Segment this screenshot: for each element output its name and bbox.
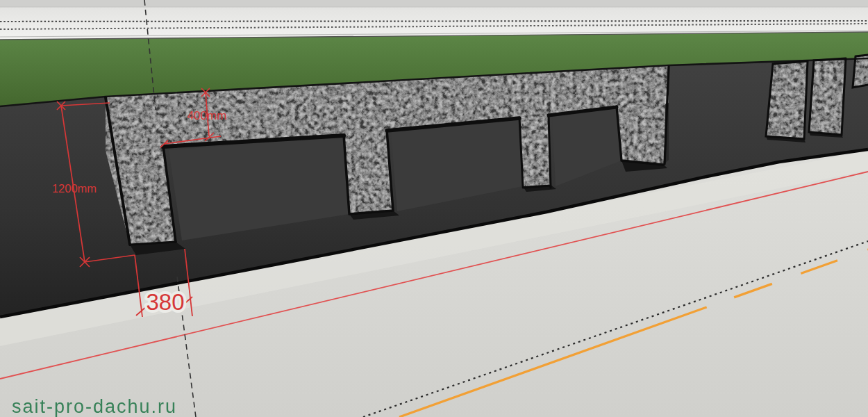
dim-pier-width-label: 380 (146, 289, 184, 315)
pier (617, 103, 669, 164)
pier (344, 129, 393, 214)
pier (809, 58, 846, 135)
dim-trench-depth-label: 1200mm (52, 182, 97, 195)
pier (519, 114, 551, 188)
dim-wall-height-label: 400mm (187, 109, 227, 122)
watermark-text: sait-pro-dachu.ru (12, 396, 177, 417)
model-viewport: 400mm 1200mm 380 sait-pro-dachu.ru (0, 0, 868, 417)
